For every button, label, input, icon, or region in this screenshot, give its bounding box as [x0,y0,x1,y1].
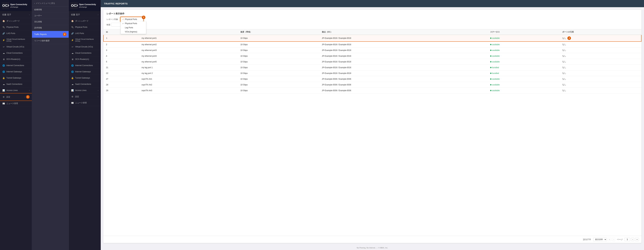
table-row[interactable]: 29 svpnTK-A#3 10 Gbps JP-Example-0036 / … [104,88,641,93]
sidebar-1-logo-text: Open ConnectivityeXchange [10,3,27,8]
sidebar-item-tunnel-gateways[interactable]: 🔒 Tunnel Gateways [0,75,32,81]
sidebar3-item-lag-ports[interactable]: 🔗 LAG Ports [69,30,100,37]
table-row[interactable]: 1 my ethernet port1 10 Gbps JP-Example-0… [104,35,641,41]
filter-dropdown-trigger[interactable]: ✓ Physical Ports [121,17,143,21]
sidebar2-item-traffic-reports[interactable]: Traffic Reports 2 [32,31,68,38]
nav-label: SaaS Connections [6,83,30,85]
cell-name: svpnTK-A#3 [139,88,238,93]
sidebar-item-saas[interactable]: ☁ SaaS Connections [0,81,32,87]
annotation-badge-1: 1 [26,95,30,99]
table-row[interactable]: 21 my lag port 1 10 Gbps JP-Example-0018… [104,65,641,70]
sidebar-item-ocx-router[interactable]: 🖥 OCX-Router(v1) [0,56,32,62]
table-row[interactable]: 27 svpnTK-A#1 10 Gbps JP-Example-0036 / … [104,76,641,82]
filter-dropdown-wrapper: ✓ Physical Ports ✓ Physical Ports Lag Po… [120,17,143,21]
pagination-total: 該当27件 [583,238,591,241]
ocx-logo-icon: OCX [2,2,9,9]
filter-option-lag-ports[interactable]: Lag Ports [121,25,146,30]
sidebar-item-access-lines[interactable]: 📊 Access Lines › [0,87,32,94]
table-row[interactable]: 28 svpnTK-A#2 10 Gbps JP-Example-0036 / … [104,82,641,88]
inet-gw-icon: 🌐 [2,70,5,73]
prev-page-button[interactable]: ‹ [612,238,615,241]
sidebar3-item-inet-conn[interactable]: 🌐 Internet Connections [69,62,100,69]
sidebar3-item-cloud[interactable]: ☁ Cloud Connections [69,50,100,56]
page-number-input[interactable] [624,238,630,241]
sidebar-item-physical-ports[interactable]: 🔌 Physical Ports [0,24,32,30]
sidebar3-item-saas[interactable]: ☁ SaaS Connections [69,81,100,87]
sidebar3-item-news[interactable]: 📰 ニュース管理 [69,100,100,106]
col-redundancy: ポートの冗長 [560,29,641,35]
cell-speed: 10 Gbps [238,70,319,76]
cell-status: available [488,82,560,88]
cell-redundancy: なし [560,70,641,76]
sidebar2-item-resource-history[interactable]: リソース操作履歴 [32,38,68,44]
cell-speed: 10 Gbps [238,53,319,59]
sidebar3-item-tunnel-gw[interactable]: 🔒 Tunnel Gateways [69,75,100,81]
cell-status: available [488,35,560,41]
annotation-badge-2: 2 [63,33,66,36]
home-icon: 🏠 [2,19,5,22]
sidebar-item-dashboard[interactable]: 🏠 ダッシュボード [0,18,32,24]
sidebar-3-logo: OCX Open ConnectivityeXchange [69,0,100,12]
sidebar3-item-dashboard[interactable]: 🏠 ダッシュボード [69,18,100,24]
sidebar2-item-payment[interactable]: 支払情報 [32,19,68,25]
sidebar3-item-vcis[interactable]: ⚡ Virtual Circuit Interfaces (VCIs) [69,37,100,44]
first-page-button[interactable]: « [608,238,612,241]
filter-option-vcis[interactable]: VCIs (Ingress) [121,30,146,34]
sidebar2-item-users[interactable]: ユーザー [32,13,68,19]
cell-dc: JP-Example-0036 / Example-0036 [319,82,488,88]
sidebar-3-user[interactable]: 佐藤 花子 › [69,12,100,18]
status-dot-icon [490,84,492,85]
chevron-right-icon: › [29,90,30,91]
sidebar3-item-physical-ports[interactable]: 🔌 Physical Ports [69,24,100,30]
vci-icon: ⚡ [2,39,5,41]
sidebar3-item-inet-gw[interactable]: 🌐 Internet Gateways [69,69,100,75]
cell-id: 27 [104,76,139,82]
cell-id: 3 [104,47,139,53]
table-row[interactable]: 4 my ethernet port4 10 Gbps JP-Example-0… [104,53,641,59]
next-page-button[interactable]: › [631,238,634,241]
cell-name: my lag port 2 [139,70,238,76]
filter-dropdown-options: ✓ Physical Ports Lag Ports VCIs (Ingress… [120,21,146,34]
cell-status: available [488,88,560,93]
status-label: available [492,55,500,57]
nav-label: ダッシュボード [6,20,30,22]
filter-option-physical-ports[interactable]: ✓ Physical Ports [121,21,146,25]
nav-label: Virtual Circuits (VCs) [6,46,30,48]
nav-label: Cloud Connections [6,52,30,54]
cell-dc: JP-Example-0018 / Example-0018 [319,53,488,59]
sidebar-item-lag-ports[interactable]: 🔗 LAG Ports [0,30,32,37]
sidebar3-item-ocx-router[interactable]: 🖥 OCX-Router(v1) [69,56,100,62]
sidebar-item-cloud[interactable]: ☁ Cloud Connections [0,50,32,56]
sidebar-item-vcis[interactable]: ⚡ Virtual Circuit Interfaces (VCIs) [0,37,32,44]
sidebar3-item-access-lines[interactable]: 📊 Access Lines › [69,87,100,94]
cell-status: available [488,47,560,53]
sidebar-1-user[interactable]: 佐藤 花子 › [0,12,32,18]
inet-gw-icon-3: 🌐 [71,70,74,73]
sidebar-item-news[interactable]: 📰 ニュース管理 [0,100,32,107]
svg-text:OCX: OCX [2,3,9,7]
sidebar-item-internet-gateways[interactable]: 🌐 Internet Gateways [0,69,32,75]
last-page-button[interactable]: » [635,238,639,241]
page-title: TRAFFIC REPORTS [101,0,644,7]
sidebar3-item-vcs[interactable]: ↩ Virtual Circuits (VCs) [69,44,100,50]
sidebar-item-internet-connections[interactable]: 🌐 Internet Connections [0,62,32,69]
port-icon: 🔌 [2,26,5,29]
sidebar2-item-org[interactable]: 組織情報 [32,7,68,13]
page-size-select[interactable]: 表示10件 表示20件 表示50件 [593,238,607,241]
cell-speed: 10 Gbps [238,65,319,70]
status-dot-icon [490,61,492,62]
sidebar3-item-settings[interactable]: ⚙ 設定 › [69,94,100,100]
table-row[interactable]: 5 my ethernet port5 10 Gbps JP-Example-0… [104,59,641,65]
cell-redundancy: なし [560,47,641,53]
check-icon: ✓ [122,22,125,25]
sidebar-2-back-button[interactable]: ‹ メインメニューに戻る [32,0,68,7]
table-row[interactable]: 3 my ethernet port3 10 Gbps JP-Example-0… [104,47,641,53]
access-icon-3: 📊 [71,89,74,92]
table-row[interactable]: 2 my ethernet port2 10 Gbps JP-Example-0… [104,41,641,47]
sidebar-3-username: 佐藤 花子 [71,13,80,16]
sidebar2-item-billing[interactable]: 請求情報 [32,25,68,31]
sidebar-item-settings[interactable]: ⚙ 設定 › 1 [0,94,32,100]
sidebar-item-vcs[interactable]: ↩ Virtual Circuits (VCs) [0,44,32,50]
table-row[interactable]: 22 my lag port 2 10 Gbps JP-Example-0018… [104,70,641,76]
cell-speed: 10 Gbps [238,35,319,41]
